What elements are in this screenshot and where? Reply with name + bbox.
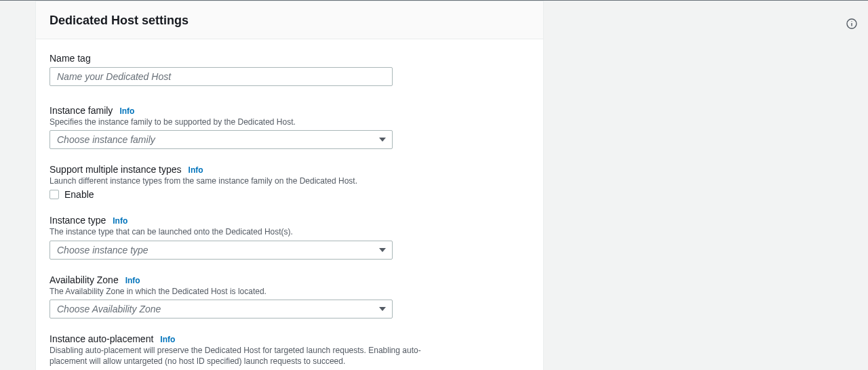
svg-point-2 (851, 21, 852, 22)
auto-placement-desc: Disabling auto-placement will preserve t… (50, 345, 440, 367)
instance-family-label: Instance family (50, 105, 113, 116)
instance-family-placeholder: Choose instance family (57, 134, 155, 145)
instance-family-desc: Specifies the instance family to be supp… (50, 117, 530, 127)
instance-type-select[interactable]: Choose instance type (50, 241, 393, 260)
caret-down-icon (379, 248, 386, 252)
caret-down-icon (379, 307, 386, 311)
name-tag-label: Name tag (50, 53, 91, 64)
availability-zone-info-link[interactable]: Info (125, 276, 140, 285)
field-instance-family: Instance family Info Specifies the insta… (50, 105, 530, 149)
panel-title: Dedicated Host settings (50, 14, 530, 28)
field-availability-zone: Availability Zone Info The Availability … (50, 274, 530, 318)
panel-body: Name tag Instance family Info Specifies … (36, 39, 543, 370)
info-icon[interactable] (846, 18, 857, 29)
support-multiple-checkbox[interactable] (50, 190, 59, 199)
dedicated-host-settings-panel: Dedicated Host settings Name tag Instanc… (35, 1, 544, 370)
instance-type-info-link[interactable]: Info (113, 216, 127, 226)
availability-zone-select[interactable]: Choose Availability Zone (50, 300, 393, 318)
support-multiple-label: Support multiple instance types (50, 164, 182, 175)
field-auto-placement: Instance auto-placement Info Disabling a… (50, 333, 530, 370)
support-multiple-checkbox-label: Enable (64, 189, 94, 200)
field-instance-type: Instance type Info The instance type tha… (50, 215, 530, 259)
availability-zone-placeholder: Choose Availability Zone (57, 304, 161, 314)
instance-family-select[interactable]: Choose instance family (50, 130, 393, 149)
left-gutter (0, 1, 12, 370)
auto-placement-label: Instance auto-placement (50, 333, 153, 344)
caret-down-icon (379, 138, 386, 142)
support-multiple-desc: Launch different instance types from the… (50, 176, 530, 186)
auto-placement-info-link[interactable]: Info (160, 335, 175, 344)
availability-zone-desc: The Availability Zone in which the Dedic… (50, 286, 530, 297)
instance-type-desc: The instance type that can be launched o… (50, 226, 530, 237)
instance-type-placeholder: Choose instance type (57, 245, 149, 255)
instance-family-info-link[interactable]: Info (119, 106, 134, 116)
support-multiple-info-link[interactable]: Info (189, 165, 203, 175)
name-tag-input[interactable] (50, 67, 393, 86)
panel-header: Dedicated Host settings (36, 1, 543, 39)
field-support-multiple: Support multiple instance types Info Lau… (50, 164, 530, 200)
availability-zone-label: Availability Zone (50, 274, 119, 285)
instance-type-label: Instance type (50, 215, 106, 226)
field-name-tag: Name tag (50, 53, 530, 86)
